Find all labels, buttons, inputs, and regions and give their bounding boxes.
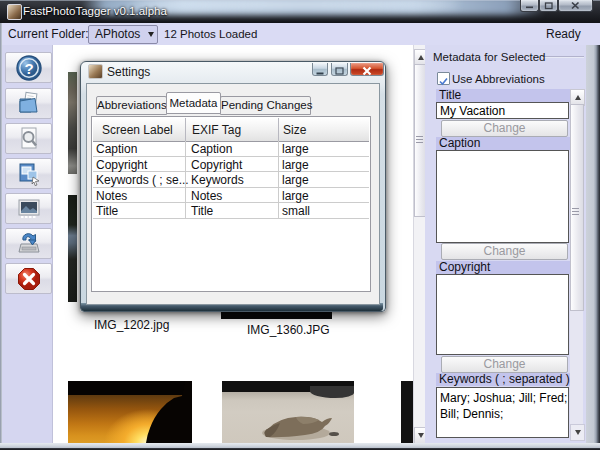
svg-text:?: ? bbox=[24, 59, 33, 76]
